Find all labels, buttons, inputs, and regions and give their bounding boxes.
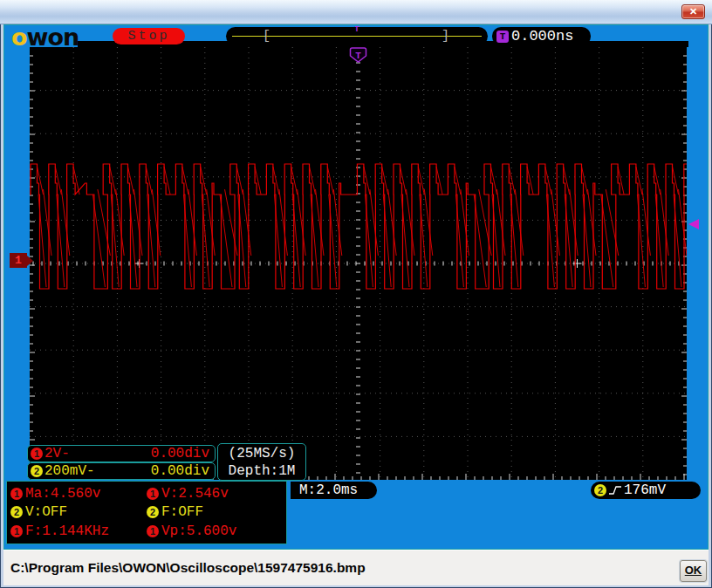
measurement-value: F:OFF (161, 504, 203, 520)
waveform-display: T (30, 47, 687, 480)
measurement-value: Vp:5.600v (161, 523, 236, 539)
measurement-item: 1Ma:4.560v (10, 484, 147, 503)
channel1-badge: 1 (147, 525, 159, 537)
channel1-badge: 1 (147, 488, 159, 500)
channel2-scale-box[interactable]: 2 200mV- 0.00div (27, 462, 216, 480)
window-right-bracket: ] (442, 28, 449, 44)
measurement-value: V:OFF (25, 504, 67, 520)
window-left-bracket: [ (263, 28, 270, 44)
measurement-item: 1Vp:5.600v (147, 522, 283, 541)
trigger-time-readout: T 0.000ns (492, 27, 591, 45)
channel2-badge: 2 (10, 506, 23, 518)
waveform-canvas: T (30, 47, 687, 480)
ok-button[interactable]: OK (680, 560, 707, 582)
title-bar: ✕ (0, 0, 712, 24)
app-window: ✕ owon Stop T [ ] T 0.000ns T 1 1 2V- 0.… (0, 0, 712, 588)
channel1-position: 0.00div (151, 446, 209, 462)
trigger-t-icon: T (496, 31, 509, 43)
measurement-value: Ma:4.560v (25, 486, 100, 502)
oscilloscope-panel: owon Stop T [ ] T 0.000ns T 1 1 2V- 0.00… (3, 24, 709, 550)
channel2-scale: 200mV- (44, 463, 95, 479)
trigger-time-value: 0.000ns (511, 27, 573, 45)
measurement-item: 1V:2.546v (147, 484, 283, 503)
acquisition-info-box: (25MS/s) Depth:1M (217, 443, 306, 481)
channel1-position-marker[interactable]: 1 (10, 253, 27, 268)
trigger-level-arrow-icon[interactable] (688, 219, 699, 229)
owon-logo: owon (11, 26, 79, 49)
channel1-scale: 2V- (44, 446, 70, 462)
memory-depth: Depth:1M (218, 462, 305, 480)
channel2-badge: 2 (31, 465, 43, 477)
trigger-source-badge: 2 (594, 484, 606, 496)
channel1-scale-box[interactable]: 1 2V- 0.00div (27, 445, 216, 462)
measurement-item: 2F:OFF (147, 503, 283, 523)
channel1-badge: 1 (31, 448, 43, 460)
measurement-item: 2V:OFF (10, 503, 147, 523)
run-stop-button[interactable]: Stop (113, 28, 185, 44)
trigger-position-bar[interactable]: T [ ] (226, 27, 488, 45)
trigger-level-readout[interactable]: 2 176mV (591, 482, 701, 499)
measurement-panel: 1Ma:4.560v1V:2.546v2V:OFF2F:OFF1F:1.144K… (6, 481, 287, 544)
sample-rate: (25MS/s) (218, 445, 305, 462)
measurement-value: V:2.546v (161, 486, 229, 502)
saved-file-path: C:\Program Files\OWON\Oscilloscope\15974… (10, 559, 366, 577)
timebase-readout[interactable]: M:2.0ms (291, 482, 377, 499)
status-bar: C:\Program Files\OWON\Oscilloscope\15974… (3, 550, 709, 585)
rising-edge-icon (608, 484, 622, 496)
trigger-level-value: 176mV (624, 482, 666, 499)
logo-letter-o: o (11, 24, 27, 51)
measurement-item: 1F:1.144KHz (10, 522, 147, 541)
channel2-badge: 2 (147, 506, 159, 518)
channel1-badge: 1 (10, 525, 23, 537)
channel2-position: 0.00div (151, 463, 209, 479)
svg-text:T: T (355, 51, 361, 61)
channel1-badge: 1 (10, 488, 23, 500)
measurement-value: F:1.144KHz (25, 523, 109, 539)
close-button[interactable]: ✕ (681, 4, 705, 19)
